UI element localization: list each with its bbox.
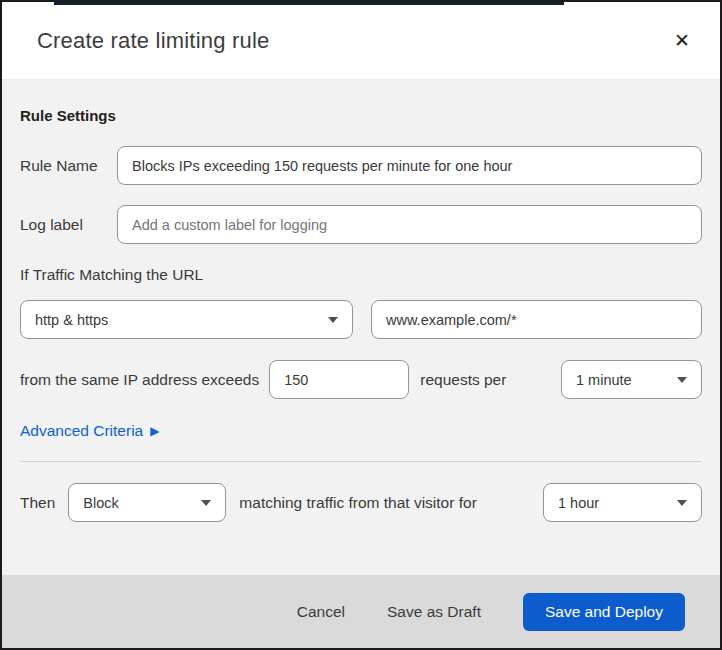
- threshold-middle-text: requests per: [420, 371, 506, 389]
- modal-body: Rule Settings Rule Name Log label If Tra…: [2, 80, 720, 522]
- chevron-down-icon: [677, 377, 687, 383]
- background-page-edge: [54, 2, 564, 5]
- threshold-prefix-text: from the same IP address exceeds: [20, 371, 259, 389]
- advanced-criteria-label: Advanced Criteria: [20, 422, 143, 440]
- modal-footer: Cancel Save as Draft Save and Deploy: [2, 575, 720, 648]
- rule-name-row: Rule Name: [20, 146, 702, 185]
- rule-settings-heading: Rule Settings: [20, 80, 702, 124]
- duration-select-value: 1 hour: [558, 495, 599, 511]
- protocol-select-value: http & https: [35, 312, 108, 328]
- action-middle-text: matching traffic from that visitor for: [239, 494, 476, 512]
- rule-name-label: Rule Name: [20, 157, 117, 175]
- rule-name-input[interactable]: [117, 146, 702, 185]
- triangle-right-icon: ▶: [150, 425, 159, 437]
- action-prefix-text: Then: [20, 494, 55, 512]
- period-select-value: 1 minute: [576, 372, 632, 388]
- url-pattern-input[interactable]: [371, 300, 702, 339]
- save-and-deploy-button[interactable]: Save and Deploy: [523, 593, 685, 631]
- save-as-draft-button[interactable]: Save as Draft: [387, 603, 481, 621]
- close-icon[interactable]: ✕: [668, 27, 696, 54]
- modal-header: Create rate limiting rule ✕: [2, 2, 720, 80]
- create-rate-limit-dialog: Create rate limiting rule ✕ Rule Setting…: [0, 0, 722, 650]
- period-select[interactable]: 1 minute: [561, 360, 702, 399]
- cancel-button[interactable]: Cancel: [297, 603, 345, 621]
- traffic-match-heading: If Traffic Matching the URL: [20, 266, 702, 284]
- threshold-row: from the same IP address exceeds request…: [20, 360, 702, 399]
- modal-title: Create rate limiting rule: [37, 28, 269, 54]
- chevron-down-icon: [677, 500, 687, 506]
- chevron-down-icon: [328, 317, 338, 323]
- protocol-select[interactable]: http & https: [20, 300, 353, 339]
- log-label-label: Log label: [20, 216, 117, 234]
- duration-select[interactable]: 1 hour: [543, 483, 702, 522]
- action-select-value: Block: [83, 495, 118, 511]
- traffic-match-row: http & https: [20, 300, 702, 339]
- log-label-row: Log label: [20, 205, 702, 244]
- action-row: Then Block matching traffic from that vi…: [20, 483, 702, 522]
- log-label-input[interactable]: [117, 205, 702, 244]
- advanced-criteria-link[interactable]: Advanced Criteria ▶: [20, 422, 159, 440]
- chevron-down-icon: [201, 500, 211, 506]
- request-count-input[interactable]: [269, 360, 409, 399]
- section-divider: [20, 461, 702, 462]
- action-select[interactable]: Block: [68, 483, 226, 522]
